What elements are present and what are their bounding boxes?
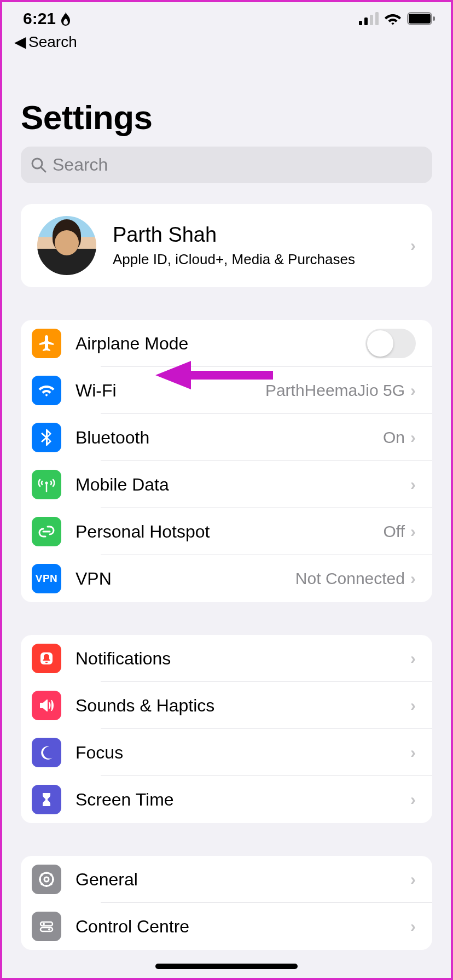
status-right (359, 12, 435, 25)
chevron-right-icon: › (410, 381, 416, 400)
svg-line-19 (50, 883, 52, 885)
profile-subtitle: Apple ID, iCloud+, Media & Purchases (113, 251, 394, 268)
bluetooth-row[interactable]: Bluetooth On › (21, 414, 432, 461)
cellular-icon (359, 12, 379, 25)
svg-point-23 (43, 923, 45, 925)
profile-group: Parth Shah Apple ID, iCloud+, Media & Pu… (21, 204, 432, 287)
screen-time-row[interactable]: Screen Time › (21, 776, 432, 823)
row-label: General (76, 870, 410, 890)
chevron-right-icon: › (410, 790, 416, 809)
hotspot-icon (32, 517, 61, 546)
page-title: Settings (21, 98, 432, 137)
row-label: Bluetooth (76, 428, 383, 448)
chevron-right-icon: › (410, 870, 416, 889)
avatar (37, 216, 96, 275)
airplane-toggle[interactable] (365, 329, 416, 358)
row-label: Focus (76, 743, 410, 763)
svg-rect-22 (40, 922, 53, 926)
mobile-data-row[interactable]: Mobile Data › (21, 461, 432, 508)
notifications-icon (32, 644, 61, 673)
chevron-right-icon: › (410, 649, 416, 668)
chevron-right-icon: › (410, 428, 416, 447)
notifications-group: Notifications › Sounds & Haptics › Focus… (21, 635, 432, 823)
row-label: Screen Time (76, 790, 410, 810)
battery-icon (407, 12, 435, 25)
hotspot-value: Off (384, 522, 405, 541)
gear-icon (32, 865, 61, 894)
general-group: General › Control Centre › (21, 856, 432, 950)
status-bar: 6:21 (2, 2, 451, 32)
row-label: Control Centre (76, 917, 410, 937)
row-label: Personal Hotspot (76, 522, 384, 542)
personal-hotspot-row[interactable]: Personal Hotspot Off › (21, 508, 432, 555)
svg-rect-0 (359, 21, 362, 25)
search-icon (31, 157, 47, 173)
svg-rect-1 (364, 18, 368, 25)
chevron-right-icon: › (410, 522, 416, 541)
bluetooth-value: On (383, 428, 405, 447)
back-arrow-icon: ◀ (14, 33, 26, 51)
search-input[interactable] (53, 155, 422, 175)
search-bar[interactable] (21, 147, 432, 183)
chevron-right-icon: › (410, 743, 416, 762)
general-row[interactable]: General › (21, 856, 432, 903)
svg-line-18 (41, 874, 43, 876)
svg-point-13 (44, 877, 49, 882)
svg-rect-3 (375, 12, 379, 25)
svg-rect-5 (409, 14, 431, 24)
antenna-icon (32, 470, 61, 499)
row-label: VPN (76, 569, 295, 589)
chevron-right-icon: › (410, 696, 416, 715)
svg-rect-2 (370, 15, 373, 25)
wifi-status-icon (384, 12, 402, 25)
notifications-row[interactable]: Notifications › (21, 635, 432, 682)
chevron-right-icon: › (410, 236, 416, 255)
vpn-value: Not Connected (295, 569, 405, 588)
wifi-row[interactable]: Wi-Fi ParthHeemaJio 5G › (21, 367, 432, 414)
chevron-right-icon: › (410, 569, 416, 588)
chevron-right-icon: › (410, 475, 416, 494)
flame-icon (59, 11, 72, 26)
row-label: Airplane Mode (76, 334, 365, 354)
row-label: Sounds & Haptics (76, 696, 410, 716)
svg-rect-6 (433, 16, 435, 21)
row-label: Notifications (76, 649, 410, 669)
sounds-row[interactable]: Sounds & Haptics › (21, 682, 432, 729)
apple-id-row[interactable]: Parth Shah Apple ID, iCloud+, Media & Pu… (21, 204, 432, 287)
bluetooth-icon (32, 423, 61, 452)
svg-rect-24 (40, 928, 53, 931)
moon-icon (32, 738, 61, 767)
home-indicator[interactable] (155, 964, 298, 969)
speaker-icon (32, 691, 61, 720)
profile-name: Parth Shah (113, 223, 394, 247)
vpn-row[interactable]: VPN VPN Not Connected › (21, 555, 432, 602)
connectivity-group: Airplane Mode Wi-Fi ParthHeemaJio 5G › B… (21, 320, 432, 602)
chevron-right-icon: › (410, 917, 416, 936)
status-time: 6:21 (23, 9, 56, 28)
back-to-search[interactable]: ◀ Search (2, 32, 451, 51)
airplane-icon (32, 329, 61, 358)
control-centre-row[interactable]: Control Centre › (21, 903, 432, 950)
focus-row[interactable]: Focus › (21, 729, 432, 776)
wifi-value: ParthHeemaJio 5G (265, 381, 405, 400)
status-left: 6:21 (23, 9, 72, 28)
row-label: Mobile Data (76, 475, 410, 495)
svg-line-20 (50, 874, 52, 876)
airplane-mode-row[interactable]: Airplane Mode (21, 320, 432, 367)
svg-line-21 (41, 883, 43, 885)
svg-line-8 (41, 167, 45, 172)
svg-point-25 (48, 929, 50, 931)
control-centre-icon (32, 912, 61, 941)
row-label: Wi-Fi (76, 381, 265, 401)
vpn-icon: VPN (32, 564, 61, 593)
wifi-icon (32, 376, 61, 405)
back-label: Search (28, 33, 77, 51)
hourglass-icon (32, 785, 61, 814)
